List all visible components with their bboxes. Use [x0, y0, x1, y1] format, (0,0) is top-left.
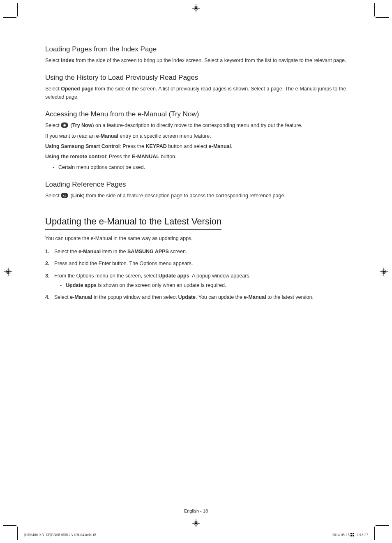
svg-rect-16 — [350, 533, 352, 534]
main-heading-update: Updating the e-Manual to the Latest Vers… — [45, 216, 221, 230]
text: screen. — [169, 249, 187, 254]
bold-term: Update apps — [66, 282, 97, 288]
bold-term: Update — [178, 294, 196, 300]
bold-term: E-MANUAL — [132, 154, 159, 159]
section-body: Select (Link) from the side of a feature… — [45, 192, 347, 200]
bold-term: Update apps — [159, 273, 189, 279]
section-heading-reference: Loading Reference Pages — [45, 180, 347, 189]
text: ) on a feature-description to directly m… — [92, 122, 302, 128]
registration-mark-icon — [380, 268, 388, 276]
crop-mark — [3, 17, 16, 18]
bold-term: KEYPAD — [146, 143, 167, 149]
text: ) from the side of a feature-description… — [83, 193, 286, 199]
sub-note: - Update apps is shown on the screen onl… — [54, 282, 347, 289]
text: entry on a specific screen menu feature, — [118, 133, 211, 139]
text: button. — [159, 154, 177, 159]
page-footer-left: [UH6400-XN-ZF]BN68-05812A-03L04.indb 18 — [24, 533, 96, 537]
text: : Press the — [106, 154, 132, 159]
registration-mark-icon — [4, 268, 12, 276]
crop-mark — [17, 527, 18, 540]
bold-term: Using the remote control — [45, 154, 106, 159]
text: item in the — [101, 249, 127, 254]
section-body: Select Opened page from the side of the … — [45, 85, 347, 101]
text: button and select — [167, 143, 209, 149]
crop-mark — [17, 3, 18, 16]
crop-mark — [376, 17, 389, 18]
bold-term: e-Manual — [78, 249, 101, 254]
try-now-icon — [61, 122, 68, 128]
page-content: Loading Pages from the Index Page Select… — [45, 45, 347, 306]
bold-term: e-Manual — [70, 294, 92, 300]
text: From the Options menu on the screen, sel… — [54, 273, 159, 279]
step-item: Select e-Manual in the popup window and … — [45, 293, 347, 301]
text: Select — [45, 122, 61, 128]
intro-text: You can update the e-Manual in the same … — [45, 235, 347, 243]
crop-mark — [3, 525, 16, 526]
footer-date: 2014-05-15 — [332, 533, 350, 537]
text: Select — [45, 193, 61, 199]
text: : Press the — [120, 143, 145, 149]
section-body: Select (Try Now) on a feature-descriptio… — [45, 122, 347, 129]
svg-rect-19 — [353, 535, 354, 536]
text: Select the — [54, 249, 78, 254]
text: Press and hold the Enter button. The Opt… — [54, 261, 193, 266]
section-heading-menu: Accessing the Menu from the e-Manual (Tr… — [45, 110, 347, 118]
bold-term: Opened page — [61, 86, 93, 92]
steps-list: Select the e-Manual item in the SAMSUNG … — [45, 248, 347, 302]
text: in the popup window and then select — [92, 294, 178, 300]
bold-term: e-Manual — [244, 294, 266, 300]
svg-rect-17 — [353, 533, 354, 534]
note-item: Certain menu options cannot be used. — [45, 164, 347, 171]
step-item: From the Options menu on the screen, sel… — [45, 272, 347, 290]
text: If you want to read an — [45, 133, 96, 139]
text: Select — [45, 58, 61, 63]
text: Select — [54, 294, 70, 300]
bold-term: Try Now — [72, 122, 92, 128]
bold-term: Index — [61, 58, 74, 63]
section-body: Select Index from the side of the screen… — [45, 57, 347, 65]
crop-mark — [374, 3, 375, 16]
registration-mark-icon — [192, 4, 200, 12]
text: Select — [45, 86, 61, 92]
section-body: Using Samsung Smart Control: Press the K… — [45, 143, 347, 150]
text: to the latest version. — [266, 294, 314, 300]
section-body: If you want to read an e-Manual entry on… — [45, 132, 347, 140]
registration-mark-icon — [192, 519, 200, 527]
svg-rect-18 — [350, 535, 352, 536]
footer-time: 11:18:37 — [355, 533, 368, 537]
bold-term: SAMSUNG APPS — [127, 249, 169, 254]
crop-mark — [376, 525, 389, 526]
step-item: Select the e-Manual item in the SAMSUNG … — [45, 248, 347, 256]
text: from the side of the screen to bring up … — [74, 58, 346, 63]
section-heading-history: Using the History to Load Previously Rea… — [45, 74, 347, 82]
bold-term: e-Manual — [96, 133, 118, 139]
crop-mark — [374, 527, 375, 540]
bold-term: e-Manual — [209, 143, 231, 149]
section-heading-index: Loading Pages from the Index Page — [45, 45, 347, 53]
page-footer-right: 2014-05-15 11:18:37 — [332, 533, 368, 537]
text: is shown on the screen only when an upda… — [97, 282, 226, 288]
link-icon — [61, 193, 68, 198]
page-footer-center: English - 18 — [0, 508, 392, 513]
bold-term: Using Samsung Smart Control — [45, 143, 120, 149]
bold-term: Link — [72, 193, 83, 199]
section-body: Using the remote control: Press the E-MA… — [45, 153, 347, 161]
step-item: Press and hold the Enter button. The Opt… — [45, 260, 347, 268]
text: . A popup window appears. — [189, 273, 251, 279]
text: . You can update the — [196, 294, 244, 300]
text: . — [231, 143, 232, 149]
